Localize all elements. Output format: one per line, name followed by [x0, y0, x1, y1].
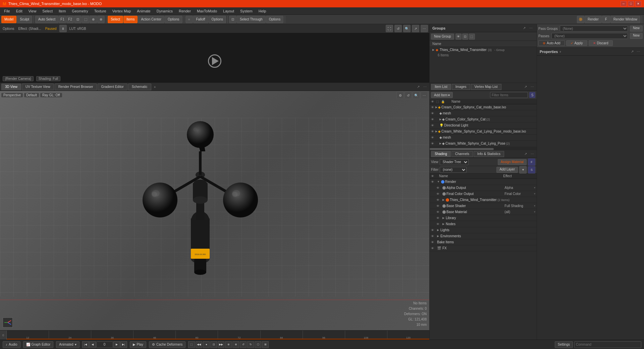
menu-vertex-map[interactable]: Vertex Map: [110, 8, 134, 14]
shader-eye-basematerial[interactable]: 👁: [436, 210, 442, 214]
select-through-button[interactable]: Select Through: [237, 16, 266, 23]
f2-button[interactable]: F2: [66, 16, 74, 23]
menu-dynamics[interactable]: Dynamics: [154, 8, 175, 14]
item-row-1[interactable]: 👁 ◆ mesh: [430, 110, 537, 116]
preview-play-button[interactable]: [208, 54, 221, 68]
menu-file[interactable]: File: [1, 8, 13, 14]
vp-settings-icon[interactable]: ⚙: [396, 92, 404, 99]
ray-gl-label[interactable]: Ray GL: Off: [40, 93, 62, 97]
item-row-0[interactable]: 👁 ▶ ◆ Cream_Color_Sphynx_Cat_modo_base.l…: [430, 104, 537, 110]
new-group-button[interactable]: New Group: [431, 34, 454, 40]
items-button[interactable]: Items: [123, 16, 138, 23]
eye-icon-0[interactable]: 👁: [431, 106, 434, 109]
transport-icon-4[interactable]: ⊡: [210, 341, 217, 348]
select-icon-4[interactable]: ⊗: [97, 16, 105, 23]
preview-icon[interactable]: ⏸: [59, 25, 67, 32]
shader-row-lights[interactable]: 👁 ▶ Lights: [430, 227, 537, 233]
item-list-expand-icon[interactable]: ↗: [523, 84, 529, 90]
group-item-0[interactable]: ▶ ◆ Thies_Clima_Wind_Transmitter (3) - G…: [430, 47, 537, 53]
shader-eye-alpha[interactable]: 👁: [436, 186, 442, 190]
pass-new-button[interactable]: New: [630, 26, 643, 32]
menu-geometry[interactable]: Geometry: [69, 8, 91, 14]
shader-eye-library[interactable]: 👁: [436, 216, 442, 220]
transport-icon-10[interactable]: ⬡: [255, 341, 261, 348]
close-button[interactable]: ✕: [635, 1, 641, 6]
minimize-button[interactable]: ─: [621, 1, 627, 6]
vp-refresh-icon[interactable]: ↺: [405, 92, 412, 99]
transport-icon-11[interactable]: ⊞: [262, 341, 269, 348]
audio-button[interactable]: ♪ Audio: [3, 341, 20, 348]
assign-material-button[interactable]: Assign Material: [498, 159, 527, 165]
options-button[interactable]: Options: [165, 16, 182, 23]
tab-item-list[interactable]: Item List: [431, 84, 451, 90]
shader-eye-environments[interactable]: 👁: [431, 235, 436, 238]
shading-tree-select[interactable]: Shader Tree: [440, 159, 469, 165]
menu-edit[interactable]: Edit: [13, 8, 25, 14]
shading-f-icon[interactable]: F: [528, 158, 535, 166]
restore-button[interactable]: □: [628, 1, 634, 6]
menu-render[interactable]: Render: [176, 8, 194, 14]
eye-icon-6[interactable]: 👁: [431, 142, 434, 145]
transport-icon-9[interactable]: ↻: [247, 341, 254, 348]
shading-more-icon[interactable]: ⋯: [529, 151, 535, 157]
auto-add-button[interactable]: ⊕ Auto Add: [538, 40, 565, 46]
viewport-3d[interactable]: Perspective Default Ray GL: Off ⚙ ↺ 🔍 ⋯: [0, 91, 429, 330]
render-window-button[interactable]: Render Window: [610, 16, 640, 23]
select-button[interactable]: Select: [108, 16, 123, 23]
menu-item[interactable]: Item: [56, 8, 68, 14]
transport-icon-1[interactable]: ⬚: [188, 341, 195, 348]
select-icon-2[interactable]: ⬚: [82, 16, 89, 23]
item-row-2[interactable]: 👁 ▶ ◆ Cream_Color_Sphynx_Cat (2): [430, 116, 537, 122]
shader-row-environments[interactable]: 👁 ▶ Environments: [430, 233, 537, 239]
transport-next-button[interactable]: ▶: [113, 341, 120, 348]
perspective-label[interactable]: Perspective: [1, 93, 23, 97]
menu-help[interactable]: Help: [256, 8, 269, 14]
shader-eye-finalcolor[interactable]: 👁: [436, 192, 442, 196]
shader-row-basematerial[interactable]: 👁 Base Material (all) ▾: [430, 209, 537, 215]
shader-row-thies[interactable]: 👁 ▶ Thies_Clima_Wind_Transmitter (2 Item…: [430, 197, 537, 203]
pass-groups-select[interactable]: (None): [560, 26, 628, 32]
preview-expand[interactable]: ↗: [412, 25, 419, 32]
discard-button[interactable]: ✕ Discard: [589, 40, 613, 46]
vp-search-icon[interactable]: 🔍: [413, 92, 420, 99]
settings-button[interactable]: Settings: [555, 341, 573, 348]
groups-icon2[interactable]: ⊡: [462, 34, 468, 40]
menu-animate[interactable]: Animate: [134, 8, 153, 14]
eye-icon-5[interactable]: 👁: [431, 136, 434, 139]
transport-icon-3[interactable]: ●: [203, 341, 210, 348]
shader-eye-fx[interactable]: 👁: [431, 247, 436, 250]
shader-eye-lights[interactable]: 👁: [431, 229, 436, 232]
shader-row-bakeitems[interactable]: 👁 Bake Items: [430, 239, 537, 245]
shader-row-finalcolor[interactable]: 👁 Final Color Output Final Color ▾: [430, 191, 537, 197]
item-row-6[interactable]: 👁 ▶ ◆ Cream_White_Sphynx_Cat_Lying_Pose …: [430, 141, 537, 147]
menu-system[interactable]: System: [237, 8, 255, 14]
properties-plus-icon[interactable]: +: [559, 50, 561, 54]
preview-settings[interactable]: 🔍: [403, 25, 411, 32]
eye-icon-4[interactable]: 👁: [431, 130, 434, 133]
select-icon-3[interactable]: ⊕: [90, 16, 97, 23]
transport-start-button[interactable]: |◀: [82, 341, 89, 348]
preview-more[interactable]: ⋯: [421, 25, 428, 32]
tab-images[interactable]: Images: [452, 84, 470, 90]
cache-deformers-button[interactable]: ⚙ Cache Deformers: [149, 341, 185, 348]
menu-view[interactable]: View: [26, 8, 39, 14]
eye-icon-2[interactable]: 👁: [431, 118, 434, 121]
vp-more-icon[interactable]: ⋯: [421, 92, 428, 99]
shader-eye-render[interactable]: 👁: [431, 180, 436, 184]
graph-editor-button[interactable]: 📈 Graph Editor: [23, 341, 54, 348]
filter-items-input[interactable]: [490, 92, 528, 98]
shader-row-baseshader[interactable]: 👁 Base Shader Full Shading ▾: [430, 203, 537, 209]
tab-vertex-map[interactable]: Vertex Map List: [471, 84, 501, 90]
default-label[interactable]: Default: [24, 93, 39, 97]
properties-expand-icon[interactable]: ↗: [629, 49, 635, 55]
shader-eye-bakeitems[interactable]: 👁: [431, 241, 436, 244]
falloff-button[interactable]: Falloff: [193, 16, 208, 23]
properties-more-icon[interactable]: ⋯: [635, 49, 641, 55]
tab-channels[interactable]: Channels: [451, 151, 473, 157]
model-button[interactable]: Model: [1, 16, 16, 23]
menu-select[interactable]: Select: [40, 8, 55, 14]
preview-fullscreen[interactable]: ⛶: [386, 25, 393, 32]
preview-refresh[interactable]: ↺: [394, 25, 402, 32]
add-item-button[interactable]: Add Item ▾: [431, 92, 453, 98]
tab-shading[interactable]: Shading: [431, 151, 451, 157]
